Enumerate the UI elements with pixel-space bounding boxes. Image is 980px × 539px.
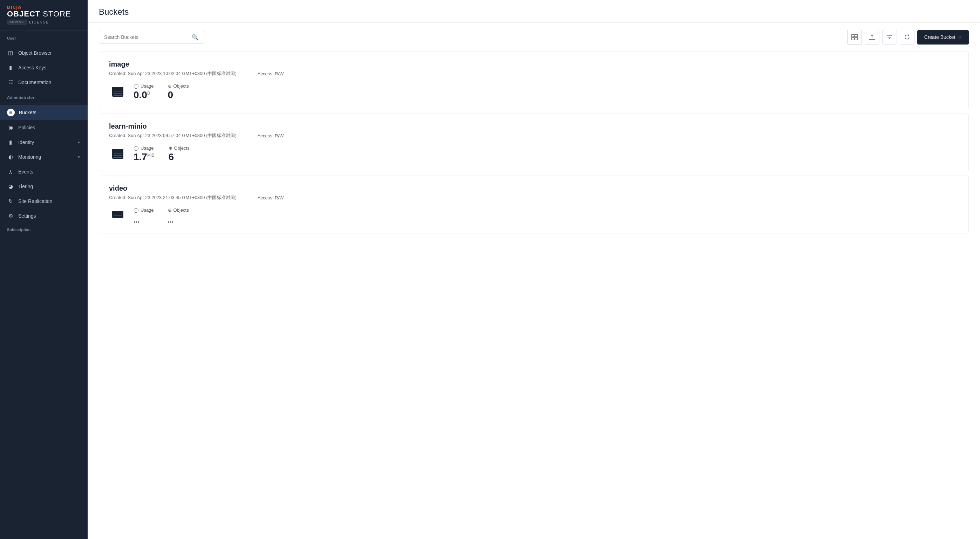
access-keys-icon: ▮ xyxy=(7,64,14,71)
usage-stat: ◯ Usage 1.7MiB xyxy=(134,145,154,162)
usage-value: 0.0B xyxy=(134,89,154,100)
bucket-stats: ◯ Usage 1.7MiB ⊕ Objects 6 xyxy=(109,145,959,162)
sidebar-item-events[interactable]: λ Events xyxy=(0,164,88,179)
bucket-meta: Created: Sun Apr 23 2023 21:03:45 GMT+08… xyxy=(109,194,959,201)
admin-section-label: Administrator xyxy=(0,90,88,102)
bucket-access: Access: R/W xyxy=(258,133,283,138)
objects-icon: ⊕ xyxy=(168,83,172,89)
product-name: OBJECT STORE xyxy=(7,10,81,18)
usage-icon: ◯ xyxy=(134,145,139,151)
site-replication-icon: ↻ xyxy=(7,198,14,205)
usage-label: ◯ Usage xyxy=(134,145,154,151)
bucket-icon xyxy=(109,207,127,225)
svg-rect-13 xyxy=(112,149,123,152)
objects-label: ⊕ Objects xyxy=(169,145,189,151)
bucket-card-image[interactable]: image Created: Sun Apr 23 2023 10:02:04 … xyxy=(99,51,969,109)
chevron-down-icon: ▼ xyxy=(77,140,81,145)
documentation-icon: ☷ xyxy=(7,79,14,86)
bucket-name: image xyxy=(109,60,959,68)
license-label: LICENSE xyxy=(29,20,49,24)
sidebar-item-object-browser[interactable]: ◫ Object Browser xyxy=(0,46,88,60)
sidebar-item-label: Policies xyxy=(18,125,35,130)
sidebar-item-policies[interactable]: ◉ Policies xyxy=(0,120,88,135)
identity-icon: ▮ xyxy=(7,139,14,146)
page-header: Buckets xyxy=(88,0,980,23)
usage-value: ... xyxy=(134,213,154,224)
sidebar-item-label: Object Browser xyxy=(18,50,52,56)
bucket-access: Access: R/W xyxy=(258,71,283,76)
monitoring-icon: ◐ xyxy=(7,154,14,161)
svg-rect-0 xyxy=(852,34,854,37)
bucket-card-video[interactable]: video Created: Sun Apr 23 2023 21:03:45 … xyxy=(99,176,969,234)
objects-value: 6 xyxy=(169,151,189,162)
events-icon: λ xyxy=(7,168,14,175)
sidebar-item-site-replication[interactable]: ↻ Site Replication xyxy=(0,194,88,208)
sidebar-item-label: Settings xyxy=(18,213,36,219)
page-title: Buckets xyxy=(99,7,969,17)
objects-label: ⊕ Objects xyxy=(168,83,189,89)
sidebar-logo: MIN|O OBJECT STORE AGPLV✓ LICENSE xyxy=(0,0,88,30)
objects-stat: ⊕ Objects 0 xyxy=(168,83,189,100)
chevron-down-icon: ▼ xyxy=(77,155,81,159)
objects-stat: ⊕ Objects ... xyxy=(168,207,189,224)
bucket-icon xyxy=(109,145,127,162)
sidebar-item-label: Buckets xyxy=(19,110,37,115)
refresh-icon xyxy=(904,34,910,40)
bucket-stats: ◯ Usage ... ⊕ Objects ... xyxy=(109,207,959,225)
bucket-created: Created: Sun Apr 23 2023 10:02:04 GMT+08… xyxy=(109,70,237,77)
usage-label: ◯ Usage xyxy=(134,83,154,89)
main-content: Buckets 🔍 xyxy=(88,0,980,539)
bucket-meta: Created: Sun Apr 23 2023 10:02:04 GMT+08… xyxy=(109,70,959,77)
bucket-name: learn-minio xyxy=(109,122,959,130)
sidebar-item-identity[interactable]: ▮ Identity ▼ xyxy=(0,135,88,149)
settings-icon: ⚙ xyxy=(7,212,14,219)
grid-view-button[interactable] xyxy=(847,30,862,45)
sidebar-item-label: Events xyxy=(18,169,33,175)
usage-icon: ◯ xyxy=(134,207,139,213)
sidebar-item-settings[interactable]: ⚙ Settings xyxy=(0,208,88,223)
create-bucket-label: Create Bucket xyxy=(924,34,956,40)
toolbar-actions: Create Bucket + xyxy=(847,30,969,45)
buckets-list: image Created: Sun Apr 23 2023 10:02:04 … xyxy=(88,51,980,249)
license-row: AGPLV✓ LICENSE xyxy=(7,20,81,24)
sidebar-item-tiering[interactable]: ◕ Tiering xyxy=(0,179,88,194)
sidebar-item-documentation[interactable]: ☷ Documentation xyxy=(0,75,88,90)
bucket-created: Created: Sun Apr 23 2023 21:03:45 GMT+08… xyxy=(109,194,237,201)
usage-stat: ◯ Usage 0.0B xyxy=(134,83,154,100)
objects-value: ... xyxy=(168,213,189,224)
refresh-button[interactable] xyxy=(900,30,915,45)
upload-button[interactable] xyxy=(865,30,880,45)
sidebar-item-monitoring[interactable]: ◐ Monitoring ▼ xyxy=(0,149,88,164)
svg-rect-8 xyxy=(112,87,123,90)
bucket-icon xyxy=(109,83,127,100)
bucket-name: video xyxy=(109,184,959,192)
svg-rect-2 xyxy=(852,38,854,40)
tiering-icon: ◕ xyxy=(7,183,14,190)
search-input[interactable] xyxy=(104,34,192,40)
objects-icon: ⊕ xyxy=(168,207,172,213)
user-section-label: User xyxy=(0,30,88,42)
objects-value: 0 xyxy=(168,89,189,100)
object-browser-icon: ◫ xyxy=(7,49,14,56)
filter-button[interactable] xyxy=(882,30,897,45)
objects-label: ⊕ Objects xyxy=(168,207,189,213)
svg-rect-18 xyxy=(112,211,123,214)
sidebar-item-buckets[interactable]: ☰ Buckets xyxy=(0,105,88,120)
sidebar-item-access-keys[interactable]: ▮ Access Keys xyxy=(0,60,88,75)
objects-icon: ⊕ xyxy=(169,145,172,151)
subscription-section-label: Subscription xyxy=(0,223,88,234)
grid-icon xyxy=(851,34,858,40)
search-icon: 🔍 xyxy=(192,34,199,41)
bucket-card-learn-minio[interactable]: learn-minio Created: Sun Apr 23 2023 09:… xyxy=(99,114,969,172)
toolbar: 🔍 xyxy=(88,23,980,51)
svg-rect-1 xyxy=(855,34,858,37)
filter-icon xyxy=(886,34,893,40)
bucket-access: Access: R/W xyxy=(258,195,283,200)
svg-rect-3 xyxy=(855,38,858,40)
sidebar-item-label: Tiering xyxy=(18,184,33,189)
sidebar-item-label: Documentation xyxy=(18,79,51,85)
create-bucket-button[interactable]: Create Bucket + xyxy=(917,30,969,45)
sidebar-item-label: Identity xyxy=(18,140,34,145)
search-box[interactable]: 🔍 xyxy=(99,31,204,44)
usage-stat: ◯ Usage ... xyxy=(134,207,154,224)
